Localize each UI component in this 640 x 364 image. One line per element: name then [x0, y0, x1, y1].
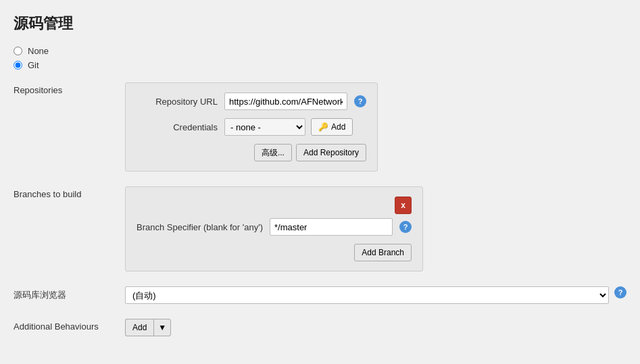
repositories-section: Repositories Repository URL ? Credential…	[14, 77, 626, 172]
radio-none-input[interactable]	[14, 47, 22, 55]
repo-url-help-icon[interactable]: ?	[354, 95, 366, 107]
key-icon: 🔑	[318, 122, 328, 132]
source-browser-select[interactable]: (自动)	[125, 286, 609, 304]
credentials-controls: - none - 🔑 Add	[224, 118, 353, 136]
add-repository-button[interactable]: Add Repository	[296, 144, 366, 161]
add-behaviour-button[interactable]: Add	[125, 319, 153, 336]
branches-content: x Branch Specifier (blank for 'any') ? A…	[125, 186, 423, 271]
repositories-label: Repositories	[14, 82, 125, 95]
radio-git-input[interactable]	[14, 61, 22, 70]
advanced-button[interactable]: 高级...	[254, 144, 292, 161]
add-credentials-button[interactable]: 🔑 Add	[311, 118, 353, 136]
additional-behaviours-section: Additional Behaviours Add ▼	[14, 313, 626, 336]
add-branch-row: Add Branch	[137, 244, 412, 261]
branch-specifier-help-icon[interactable]: ?	[399, 221, 412, 233]
branch-specifier-label: Branch Specifier (blank for 'any')	[137, 222, 263, 232]
source-browser-label: 源码库浏览器	[14, 286, 125, 301]
add-behaviour-arrow[interactable]: ▼	[153, 319, 171, 336]
branch-specifier-row: Branch Specifier (blank for 'any') ?	[137, 218, 412, 236]
add-cred-label: Add	[331, 122, 345, 132]
add-branch-button[interactable]: Add Branch	[354, 244, 412, 261]
repositories-content: Repository URL ? Credentials - none - 🔑 …	[125, 82, 378, 172]
source-browser-controls: (自动)	[125, 286, 609, 304]
page-title: 源码管理	[14, 14, 626, 34]
credentials-label: Credentials	[137, 122, 218, 132]
radio-none[interactable]: None	[14, 46, 626, 56]
scm-radio-group: None Git	[14, 46, 626, 70]
repo-url-row: Repository URL ?	[137, 93, 366, 110]
remove-branch-button[interactable]: x	[395, 197, 412, 214]
branches-label: Branches to build	[14, 186, 125, 199]
radio-git[interactable]: Git	[14, 60, 626, 70]
radio-none-label[interactable]: None	[28, 46, 49, 56]
credentials-row: Credentials - none - 🔑 Add	[137, 118, 366, 136]
radio-git-label[interactable]: Git	[28, 60, 39, 70]
x-btn-row: x	[137, 197, 412, 214]
branch-specifier-input[interactable]	[270, 218, 393, 236]
branches-section: Branches to build x Branch Specifier (bl…	[14, 181, 626, 271]
repo-url-label: Repository URL	[137, 97, 218, 107]
source-browser-section: 源码库浏览器 (自动) ?	[14, 281, 626, 304]
additional-behaviours-label: Additional Behaviours	[14, 319, 125, 332]
source-browser-help-icon[interactable]: ?	[614, 286, 626, 298]
repo-actions-row: 高级... Add Repository	[137, 144, 366, 161]
add-behaviour-dropdown: Add ▼	[125, 319, 171, 336]
dropdown-arrow-icon: ▼	[158, 323, 166, 332]
credentials-select[interactable]: - none -	[224, 118, 305, 136]
repo-url-input[interactable]	[224, 93, 347, 110]
